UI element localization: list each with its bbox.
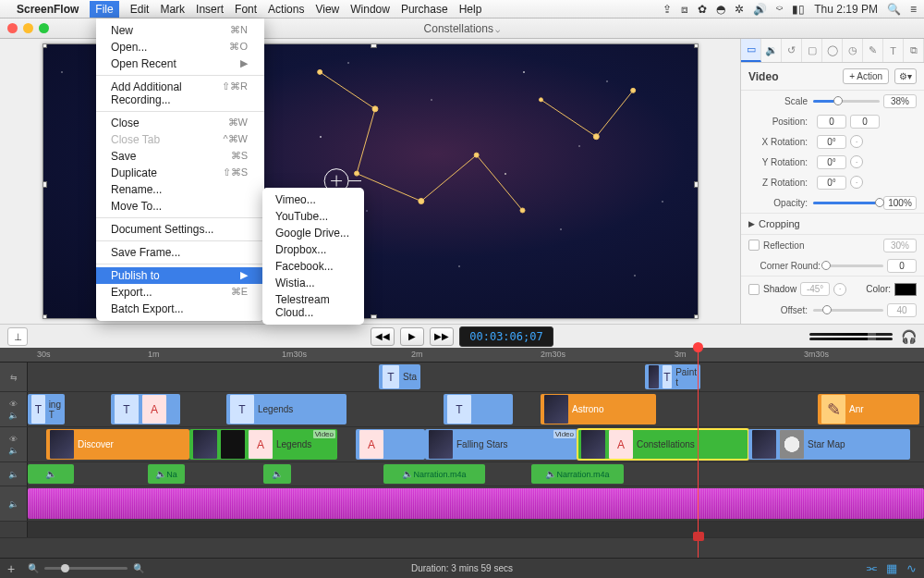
menu-mark[interactable]: Mark [160, 3, 185, 16]
timecode-display[interactable]: 00:03:06;07 [459, 326, 553, 347]
playhead[interactable] [698, 348, 699, 558]
menu-view[interactable]: View [315, 3, 339, 16]
menu-item-add-additional-recording-[interactable]: Add Additional Recording...⇧⌘R [96, 79, 264, 108]
timeline-clip[interactable]: Star Map [748, 429, 910, 460]
touch-tab-icon[interactable]: ↺ [782, 39, 802, 62]
menu-item-export-[interactable]: Export...⌘E [96, 284, 264, 301]
timeline-ruler[interactable]: 30s1m1m30s2m2m30s3m3m30s [0, 348, 924, 363]
timeline-clip[interactable]: AConstellations [578, 429, 748, 460]
text-tab-icon[interactable]: T [883, 39, 904, 62]
z-rotation-dial[interactable]: · [850, 176, 863, 189]
menu-window[interactable]: Window [350, 3, 390, 16]
waveform-icon[interactable]: ∿ [906, 561, 917, 575]
track-body-3[interactable]: DiscoverALegendsVideoAFalling StarsVideo… [28, 427, 924, 461]
y-rotation-dial[interactable]: · [850, 155, 863, 168]
motion-tab-icon[interactable]: ◷ [843, 39, 863, 62]
menu-item-save[interactable]: Save⌘S [96, 148, 264, 165]
cropping-section[interactable]: ▶ Cropping [741, 213, 924, 235]
menu-font[interactable]: Font [235, 3, 257, 16]
wifi-icon[interactable]: ⌔ [776, 3, 783, 16]
menu-actions[interactable]: Actions [268, 3, 304, 16]
x-rotation-input[interactable]: 0° [817, 135, 846, 149]
reflection-value[interactable]: 30% [883, 239, 917, 252]
track-head-2[interactable]: 👁🔈 [0, 392, 28, 426]
menu-purchase[interactable]: Purchase [401, 3, 448, 16]
menu-item-close[interactable]: Close⌘W [96, 115, 264, 131]
submenu-item-youtube-[interactable]: YouTube... [262, 208, 364, 225]
markers-icon[interactable]: ▦ [886, 561, 897, 575]
snap-icon[interactable]: ⫘ [865, 561, 877, 575]
close-window-button[interactable] [7, 23, 18, 33]
menu-item-open-[interactable]: Open...⌘O [96, 39, 264, 55]
track-head-4[interactable]: 🔈 [0, 462, 28, 486]
volume-icon[interactable]: 🔊 [753, 3, 767, 16]
timeline-clip[interactable]: TPaint t [645, 364, 700, 389]
forward-button[interactable]: ▶▶ [430, 327, 454, 346]
submenu-item-wistia-[interactable]: Wistia... [262, 275, 364, 291]
x-rotation-dial[interactable]: · [850, 135, 863, 148]
document-title[interactable]: Constellations [424, 22, 501, 35]
scale-slider[interactable] [813, 100, 880, 103]
submenu-item-vimeo-[interactable]: Vimeo... [262, 191, 364, 208]
timeline-clip[interactable]: Falling StarsVideo [425, 429, 578, 460]
timeline-clip[interactable]: Discover [46, 429, 189, 460]
menu-item-rename-[interactable]: Rename... [96, 181, 264, 198]
play-button[interactable]: ▶ [400, 327, 424, 346]
timeline-clip[interactable]: A [356, 429, 425, 460]
track-head-5[interactable]: 🔈 [0, 486, 28, 521]
menu-item-move-to-[interactable]: Move To... [96, 198, 264, 215]
timeline-clip[interactable]: TLegends [226, 394, 346, 424]
timeline-clip[interactable]: ALegendsVideo [189, 429, 337, 460]
menu-item-open-recent[interactable]: Open Recent▶ [96, 55, 264, 72]
scale-value[interactable]: 38% [883, 94, 917, 108]
cc-icon[interactable]: ✿ [698, 3, 707, 16]
app-tray-icon[interactable]: ✲ [735, 3, 744, 16]
crop-tool-button[interactable]: ⟂ [7, 327, 28, 346]
position-y-input[interactable]: 0 [850, 115, 880, 129]
minimize-window-button[interactable] [23, 23, 33, 33]
rewind-button[interactable]: ◀◀ [371, 327, 395, 346]
submenu-item-facebook-[interactable]: Facebook... [262, 258, 364, 275]
track-body-4[interactable]: 🔈🔈 Na🔈🔈 Narration.m4a🔈 Narration.m4a [28, 462, 924, 486]
submenu-item-dropbox-[interactable]: Dropbox... [262, 241, 364, 258]
menu-item-batch-export-[interactable]: Batch Export... [96, 301, 264, 317]
timeline-clip[interactable]: Ting T [28, 394, 65, 424]
gear-icon[interactable]: ⚙︎▾ [894, 68, 917, 84]
menu-file[interactable]: File [90, 1, 118, 18]
status-icon[interactable]: ⇪ [663, 3, 672, 16]
opacity-slider[interactable] [813, 202, 880, 204]
timeline-clip[interactable]: TA [111, 394, 180, 424]
audio-clip[interactable]: 🔈 Narration.m4a [383, 464, 485, 484]
annotation-tab-icon[interactable]: ✎ [863, 39, 883, 62]
audio-waveform-clip[interactable] [28, 488, 924, 519]
zoom-window-button[interactable] [39, 23, 49, 33]
shadow-color-swatch[interactable] [894, 283, 917, 296]
timeline-marker[interactable] [693, 532, 704, 541]
spotlight-icon[interactable]: 🔍 [887, 3, 901, 16]
submenu-item-google-drive-[interactable]: Google Drive... [262, 225, 364, 241]
dropbox-icon[interactable]: ⧈ [681, 3, 688, 16]
timeline-clip[interactable]: ✎Anr [818, 394, 919, 424]
audio-clip[interactable]: 🔈 [263, 464, 291, 484]
track-head-1[interactable]: ⇆ [0, 363, 28, 391]
shadow-angle-input[interactable]: -45° [800, 282, 830, 296]
menu-item-new[interactable]: New⌘N [96, 22, 264, 39]
track-body-1[interactable]: TStaTPaint t [28, 363, 924, 391]
track-body-2[interactable]: Ting TTATLegendsTAstrono✎Anr [28, 392, 924, 426]
menu-item-save-frame-[interactable]: Save Frame... [96, 244, 264, 261]
menu-item-duplicate[interactable]: Duplicate⇧⌘S [96, 165, 264, 181]
timeline-clip[interactable]: Astrono [541, 394, 656, 424]
add-track-button[interactable]: + [7, 561, 15, 576]
zoom-slider[interactable] [44, 567, 128, 570]
clock[interactable]: Thu 2:19 PM [814, 3, 878, 16]
opacity-value[interactable]: 100% [883, 196, 917, 210]
position-x-input[interactable]: 0 [817, 115, 846, 129]
library-tab-icon[interactable]: ⧉ [904, 39, 924, 62]
timeline-clip[interactable]: TSta [379, 364, 420, 389]
offset-value[interactable]: 40 [887, 303, 917, 317]
timeline-clip[interactable]: T [444, 394, 513, 424]
zoom-out-icon[interactable]: 🔍 [28, 563, 39, 573]
audio-clip[interactable]: 🔈 [28, 464, 74, 484]
z-rotation-input[interactable]: 0° [817, 176, 846, 190]
shadow-checkbox[interactable] [748, 284, 760, 295]
